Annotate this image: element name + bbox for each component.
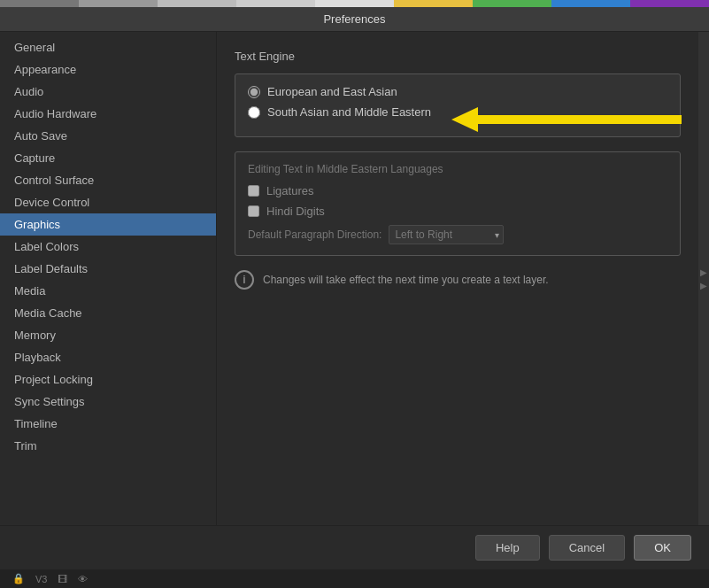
sidebar-item-device-control[interactable]: Device Control: [0, 191, 216, 213]
hindi-digits-option[interactable]: Hindi Digits: [248, 205, 667, 218]
info-note: i Changes will take effect the next time…: [235, 270, 681, 290]
sidebar-item-general[interactable]: General: [0, 36, 216, 58]
sidebar-item-label-colors[interactable]: Label Colors: [0, 236, 216, 258]
eye-icon: 👁: [78, 574, 88, 584]
ok-button[interactable]: OK: [634, 535, 691, 561]
sidebar-item-playback[interactable]: Playback: [0, 346, 216, 368]
south-asian-radio[interactable]: [248, 106, 260, 119]
color-seg-4: [236, 0, 315, 7]
sidebar-item-timeline[interactable]: Timeline: [0, 413, 216, 435]
content-area: Text Engine European and East Asian Sout…: [217, 32, 698, 525]
south-asian-radio-label: South Asian and Middle Eastern: [267, 105, 431, 119]
european-radio-option[interactable]: European and East Asian: [248, 85, 667, 98]
editing-section-title: Editing Text in Middle Eastern Languages: [248, 163, 667, 175]
european-radio[interactable]: [248, 86, 260, 98]
sidebar-item-label-defaults[interactable]: Label Defaults: [0, 258, 216, 280]
help-button[interactable]: Help: [475, 535, 540, 561]
sidebar-item-trim[interactable]: Trim: [0, 435, 216, 457]
sidebar-item-appearance[interactable]: Appearance: [0, 58, 216, 81]
sidebar-item-capture[interactable]: Capture: [0, 147, 216, 169]
film-icon: 🎞: [58, 574, 67, 584]
sidebar-item-sync-settings[interactable]: Sync Settings: [0, 391, 216, 413]
direction-select[interactable]: Left to Right Right to Left: [389, 225, 504, 244]
color-bar: [0, 0, 709, 7]
cancel-button[interactable]: Cancel: [549, 535, 625, 561]
right-side-indicator: ▶ ▶: [698, 32, 709, 525]
sidebar-item-project-locking[interactable]: Project Locking: [0, 368, 216, 391]
info-icon: i: [235, 270, 254, 290]
direction-select-wrapper[interactable]: Left to Right Right to Left: [389, 225, 504, 244]
text-engine-label: Text Engine: [235, 50, 681, 63]
color-seg-1: [0, 0, 79, 7]
ligatures-option[interactable]: Ligatures: [248, 184, 667, 197]
sidebar-item-media[interactable]: Media: [0, 280, 216, 302]
ligatures-label: Ligatures: [266, 184, 313, 197]
sidebar: General Appearance Audio Audio Hardware …: [0, 32, 217, 525]
sidebar-item-audio[interactable]: Audio: [0, 81, 216, 103]
arrow-container: South Asian and Middle Eastern: [248, 105, 667, 119]
hindi-digits-checkbox[interactable]: [248, 205, 259, 217]
color-seg-3: [158, 0, 236, 7]
sidebar-item-control-surface[interactable]: Control Surface: [0, 169, 216, 191]
european-radio-label: European and East Asian: [267, 85, 397, 98]
bottom-bar: Help Cancel OK: [0, 525, 709, 569]
editing-section: Editing Text in Middle Eastern Languages…: [235, 151, 681, 256]
color-seg-9: [630, 0, 709, 7]
ligatures-checkbox[interactable]: [248, 185, 259, 197]
yellow-arrow: [451, 107, 682, 132]
hindi-digits-label: Hindi Digits: [266, 205, 325, 218]
sidebar-item-graphics[interactable]: Graphics: [0, 213, 216, 236]
color-seg-5: [315, 0, 394, 7]
text-engine-group: European and East Asian South Asian and …: [235, 74, 681, 137]
status-bar: 🔒 V3 🎞 👁: [0, 569, 709, 588]
title-bar: Preferences: [0, 7, 709, 32]
arrow-svg: [451, 107, 682, 132]
sidebar-item-auto-save[interactable]: Auto Save: [0, 125, 216, 147]
direction-row: Default Paragraph Direction: Left to Rig…: [248, 225, 667, 244]
main-area: General Appearance Audio Audio Hardware …: [0, 32, 709, 525]
color-seg-8: [551, 0, 630, 7]
preferences-dialog: Preferences General Appearance Audio Aud…: [0, 0, 709, 588]
color-seg-2: [79, 0, 158, 7]
dialog-title: Preferences: [323, 12, 385, 26]
version-label: V3: [35, 574, 47, 584]
right-arrow-2: ▶: [700, 281, 707, 290]
sidebar-item-memory[interactable]: Memory: [0, 324, 216, 346]
svg-marker-0: [451, 107, 682, 132]
lock-icon: 🔒: [12, 573, 25, 584]
right-arrow-1: ▶: [700, 267, 707, 277]
color-seg-7: [473, 0, 551, 7]
direction-label: Default Paragraph Direction:: [248, 228, 381, 241]
sidebar-item-media-cache[interactable]: Media Cache: [0, 302, 216, 324]
sidebar-item-audio-hardware[interactable]: Audio Hardware: [0, 103, 216, 125]
info-text: Changes will take effect the next time y…: [263, 274, 549, 286]
color-seg-6: [394, 0, 473, 7]
